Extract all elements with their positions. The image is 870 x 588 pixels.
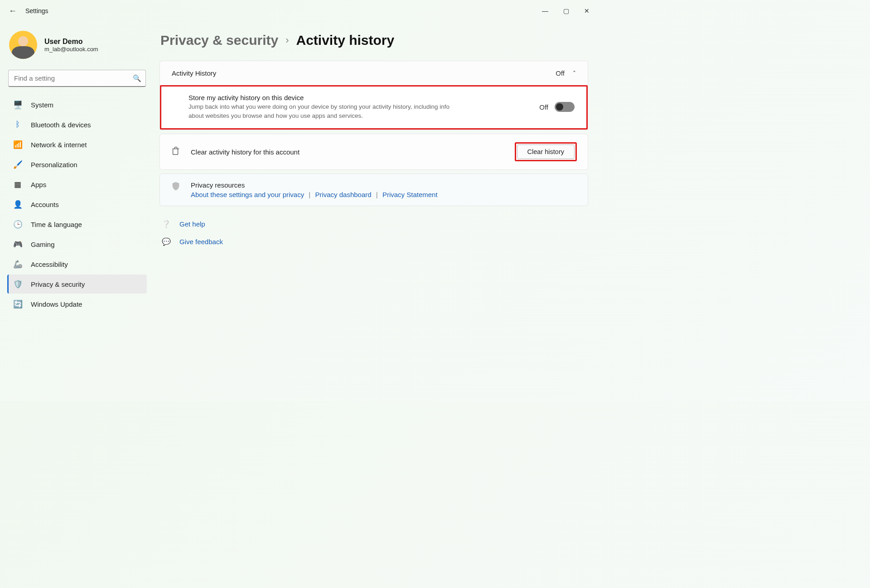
search-input[interactable] [8, 70, 146, 87]
sidebar-item-privacy[interactable]: 🛡️ Privacy & security [7, 275, 147, 294]
profile-block[interactable]: User Demo m_lab@outlook.com [6, 28, 148, 67]
sidebar-item-accounts[interactable]: 👤 Accounts [7, 195, 147, 214]
close-icon: ✕ [584, 7, 590, 14]
highlight-clear-button: Clear history [515, 142, 577, 161]
system-icon: 🖥️ [13, 100, 23, 110]
apps-icon: ▦ [13, 180, 23, 189]
app-title: Settings [22, 7, 48, 14]
clear-activity-label: Clear activity history for this account [191, 148, 300, 156]
brush-icon: 🖌️ [13, 160, 23, 169]
accessibility-icon: 🦾 [13, 260, 23, 269]
sidebar-item-label: Apps [31, 181, 46, 188]
close-button[interactable]: ✕ [576, 2, 597, 20]
clear-activity-row: Clear activity history for this account … [160, 134, 588, 170]
activity-history-expander[interactable]: Activity History Off ˄ [160, 61, 588, 85]
clock-icon: 🕒 [13, 220, 23, 229]
sidebar-item-network[interactable]: 📶 Network & internet [7, 135, 147, 154]
store-activity-title: Store my activity history on this device [188, 94, 460, 101]
chevron-right-icon: › [285, 34, 289, 46]
link-privacy-statement[interactable]: Privacy Statement [382, 191, 438, 198]
sidebar-item-gaming[interactable]: 🎮 Gaming [7, 235, 147, 254]
profile-email: m_lab@outlook.com [44, 46, 98, 53]
update-icon: 🔄 [13, 299, 23, 309]
privacy-resources-row: Privacy resources About these settings a… [160, 174, 588, 206]
sidebar-item-label: Network & internet [31, 141, 87, 149]
minimize-button[interactable]: — [535, 2, 556, 20]
gaming-icon: 🎮 [13, 240, 23, 249]
help-icon: ❔ [161, 220, 171, 228]
store-activity-row: Store my activity history on this device… [161, 87, 586, 128]
sidebar-item-accessibility[interactable]: 🦾 Accessibility [7, 255, 147, 274]
sidebar-item-personalization[interactable]: 🖌️ Personalization [7, 155, 147, 174]
link-privacy-dashboard[interactable]: Privacy dashboard [315, 191, 371, 198]
back-arrow-icon: ← [9, 6, 17, 16]
back-button[interactable]: ← [4, 2, 22, 20]
sidebar-item-time[interactable]: 🕒 Time & language [7, 215, 147, 234]
profile-name: User Demo [44, 38, 98, 46]
store-activity-status: Off [539, 103, 548, 111]
get-help-link[interactable]: Get help [179, 220, 205, 228]
sidebar-item-label: Personalization [31, 161, 77, 169]
maximize-icon: ▢ [563, 7, 569, 14]
feedback-icon: 💬 [161, 237, 171, 246]
minimize-icon: — [542, 7, 548, 14]
sidebar-item-bluetooth[interactable]: ᛒ Bluetooth & devices [7, 115, 147, 134]
breadcrumb-current: Activity history [296, 33, 394, 48]
get-help-row[interactable]: ❔ Get help [160, 217, 588, 231]
activity-history-status: Off [556, 69, 565, 77]
activity-history-title: Activity History [172, 69, 216, 77]
sidebar-item-label: Gaming [31, 241, 55, 248]
give-feedback-link[interactable]: Give feedback [179, 238, 223, 246]
wifi-icon: 📶 [13, 140, 23, 149]
privacy-resources-title: Privacy resources [191, 181, 438, 189]
sidebar-item-label: System [31, 101, 53, 109]
breadcrumb-parent[interactable]: Privacy & security [160, 33, 278, 48]
bluetooth-icon: ᛒ [13, 120, 23, 129]
sidebar-item-label: Accounts [31, 201, 59, 208]
sidebar-item-label: Bluetooth & devices [31, 121, 91, 129]
clear-history-button[interactable]: Clear history [517, 145, 575, 159]
sidebar-item-apps[interactable]: ▦ Apps [7, 175, 147, 194]
highlight-store-setting: Store my activity history on this device… [160, 85, 588, 130]
shield-icon: 🛡️ [13, 280, 23, 289]
store-activity-description: Jump back into what you were doing on yo… [188, 102, 460, 120]
accounts-icon: 👤 [13, 200, 23, 209]
sidebar-item-label: Time & language [31, 221, 82, 228]
chevron-up-icon: ˄ [573, 70, 576, 77]
shield-icon [171, 181, 181, 193]
link-about-settings[interactable]: About these settings and your privacy [191, 191, 304, 198]
trash-icon [171, 146, 181, 158]
search-icon: 🔍 [133, 74, 141, 82]
sidebar-item-label: Accessibility [31, 260, 68, 268]
store-activity-toggle[interactable] [555, 102, 575, 112]
maximize-button[interactable]: ▢ [556, 2, 576, 20]
sidebar-item-update[interactable]: 🔄 Windows Update [7, 294, 147, 313]
avatar [9, 31, 37, 59]
sidebar-item-label: Privacy & security [31, 280, 85, 288]
breadcrumb: Privacy & security › Activity history [160, 33, 588, 48]
sidebar-item-system[interactable]: 🖥️ System [7, 95, 147, 114]
give-feedback-row[interactable]: 💬 Give feedback [160, 235, 588, 249]
sidebar-item-label: Windows Update [31, 300, 82, 308]
